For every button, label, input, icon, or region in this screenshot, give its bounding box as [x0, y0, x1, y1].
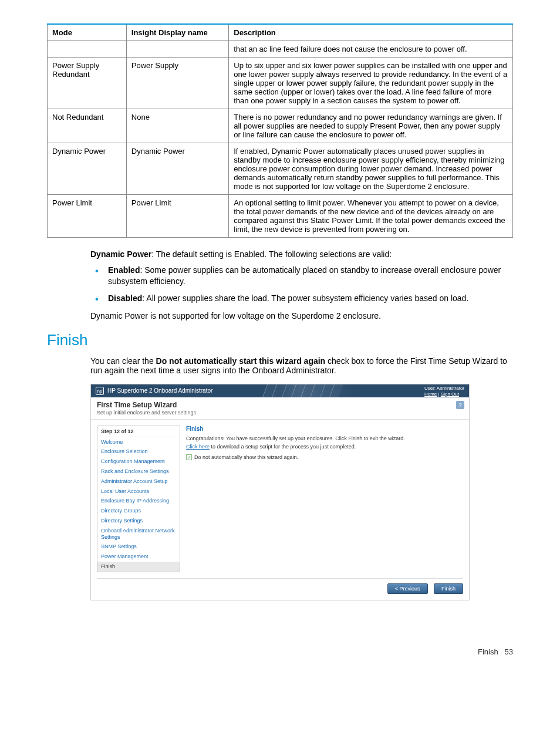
bullet-enabled: Enabled: Some power supplies can be auto… — [90, 265, 513, 287]
checkbox-row: ✓Do not automatically show this wizard a… — [186, 454, 463, 461]
th-desc: Description — [229, 24, 513, 41]
th-display: Insight Display name — [126, 24, 228, 41]
decorative-stripes-icon — [265, 384, 341, 397]
table-row: that an ac line feed failure does not ca… — [48, 41, 513, 58]
sidebar-item-directory-groups[interactable]: Directory Groups — [97, 506, 180, 516]
finish-intro-pre: You can clear the — [90, 356, 156, 366]
sidebar-item-finish[interactable]: Finish — [97, 562, 180, 572]
bullet-text: : All power supplies share the load. The… — [142, 293, 468, 303]
table-row: Not Redundant None There is no power red… — [48, 109, 513, 143]
cell-desc: Up to six upper and six lower power supp… — [229, 58, 513, 109]
bullet-label: Enabled — [108, 265, 140, 275]
sidebar-item-welcome[interactable]: Welcome — [97, 437, 180, 447]
dynamic-power-note: Dynamic Power is not supported for low v… — [90, 311, 513, 320]
cell-mode: Dynamic Power — [48, 143, 127, 195]
bullet-label: Disabled — [108, 293, 142, 303]
bullet-disabled: Disabled: All power supplies share the l… — [90, 293, 513, 304]
cell-display — [126, 41, 228, 58]
table-row: Power Limit Power Limit An optional sett… — [48, 195, 513, 238]
congrats-text: Congratulations! You have successfully s… — [186, 436, 463, 441]
power-mode-table: Mode Insight Display name Description th… — [47, 23, 513, 238]
user-label: User: Administrator — [424, 386, 464, 391]
cell-desc: An optional setting to limit power. When… — [229, 195, 513, 238]
download-script-link[interactable]: Click here — [186, 444, 210, 450]
app-title: HP Superdome 2 Onboard Administrator — [107, 387, 212, 394]
cell-display: Power Limit — [126, 195, 228, 238]
cell-display: None — [126, 109, 228, 143]
sign-out-link[interactable]: Sign Out — [441, 391, 459, 397]
sidebar-item-enclosure-bay-ip[interactable]: Enclosure Bay IP Addressing — [97, 496, 180, 506]
page-footer: Finish 53 — [47, 647, 513, 656]
step-counter: Step 12 of 12 — [97, 426, 180, 437]
sidebar-item-configuration-management[interactable]: Configuration Management — [97, 457, 180, 467]
wizard-title: First Time Setup Wizard — [97, 401, 463, 409]
cell-mode: Power Supply Redundant — [48, 58, 127, 109]
cell-desc: that an ac line feed failure does not ca… — [229, 41, 513, 58]
cell-mode — [48, 41, 127, 58]
wizard-header: First Time Setup Wizard Set up initial e… — [91, 397, 469, 420]
download-text-rest: to download a setup script for the proce… — [210, 444, 356, 450]
sidebar-item-snmp-settings[interactable]: SNMP Settings — [97, 542, 180, 552]
app-topbar: hp HP Superdome 2 Onboard Administrator … — [91, 384, 469, 397]
cell-desc: If enabled, Dynamic Power automatically … — [229, 143, 513, 195]
cell-display: Power Supply — [126, 58, 228, 109]
sidebar-item-directory-settings[interactable]: Directory Settings — [97, 516, 180, 526]
finish-intro-bold: Do not automatically start this wizard a… — [156, 356, 326, 366]
sidebar-item-oa-network-settings[interactable]: Onboard Administrator Network Settings — [97, 526, 180, 542]
auto-wizard-checkbox[interactable]: ✓ — [186, 454, 192, 460]
table-row: Power Supply Redundant Power Supply Up t… — [48, 58, 513, 109]
wizard-subtitle: Set up initial enclosure and server sett… — [97, 410, 463, 416]
dynamic-power-intro: Dynamic Power: The default setting is En… — [90, 249, 513, 259]
user-info: User: Administrator Home | Sign Out — [424, 386, 464, 397]
cell-desc: There is no power redundancy and no powe… — [229, 109, 513, 143]
page-number: 53 — [505, 647, 513, 656]
wizard-body: Step 12 of 12 Welcome Enclosure Selectio… — [91, 420, 469, 578]
download-text: Click here to download a setup script fo… — [186, 444, 463, 450]
bullet-text: : Some power supplies can be automatical… — [108, 265, 501, 286]
finish-button[interactable]: Finish — [434, 583, 463, 594]
hp-logo-icon: hp — [96, 387, 104, 395]
wizard-main: Finish Congratulations! You have success… — [186, 426, 463, 572]
home-link[interactable]: Home — [424, 391, 437, 397]
dynamic-power-options: Enabled: Some power supplies can be auto… — [90, 265, 513, 304]
dynamic-power-intro-text: : The default setting is Enabled. The fo… — [151, 249, 392, 259]
th-mode: Mode — [48, 24, 127, 41]
cell-display: Dynamic Power — [126, 143, 228, 195]
finish-heading: Finish — [47, 331, 513, 349]
wizard-screenshot: hp HP Superdome 2 Onboard Administrator … — [90, 384, 470, 600]
wizard-buttons: < Previous Finish — [91, 579, 469, 600]
sidebar-item-rack-enclosure-settings[interactable]: Rack and Enclosure Settings — [97, 467, 180, 477]
wizard-sidebar: Step 12 of 12 Welcome Enclosure Selectio… — [97, 426, 180, 572]
dynamic-power-label: Dynamic Power — [90, 249, 151, 259]
sidebar-item-admin-account-setup[interactable]: Administrator Account Setup — [97, 477, 180, 487]
cell-mode: Power Limit — [48, 195, 127, 238]
footer-section: Finish — [478, 647, 498, 656]
checkbox-label: Do not automatically show this wizard ag… — [194, 454, 298, 460]
previous-button[interactable]: < Previous — [387, 583, 428, 594]
cell-mode: Not Redundant — [48, 109, 127, 143]
help-icon[interactable]: ? — [456, 401, 464, 409]
main-title: Finish — [186, 426, 463, 432]
finish-intro: You can clear the Do not automatically s… — [90, 356, 513, 375]
table-row: Dynamic Power Dynamic Power If enabled, … — [48, 143, 513, 195]
sidebar-item-enclosure-selection[interactable]: Enclosure Selection — [97, 447, 180, 457]
sidebar-item-power-management[interactable]: Power Management — [97, 552, 180, 562]
sidebar-item-local-user-accounts[interactable]: Local User Accounts — [97, 487, 180, 497]
